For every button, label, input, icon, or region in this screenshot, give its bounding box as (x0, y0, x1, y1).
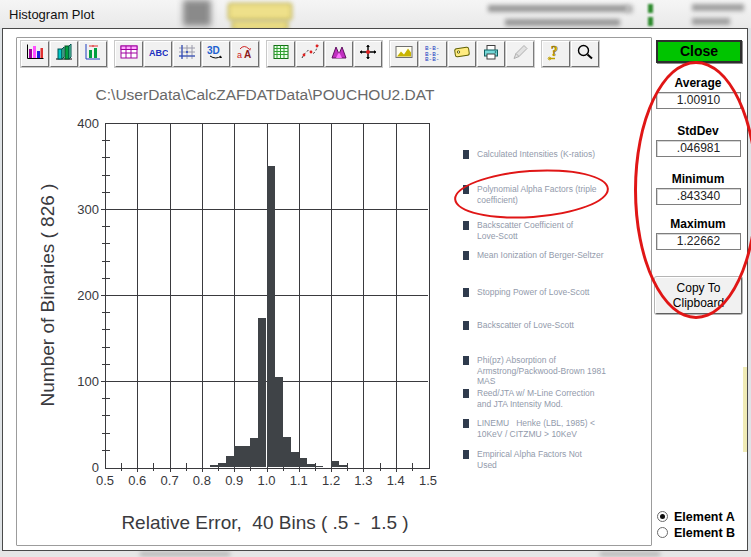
bar-chart-3d-button[interactable] (50, 41, 78, 67)
crosshair-button[interactable] (354, 41, 382, 67)
background-text-smudge (140, 552, 230, 556)
plot-area (105, 123, 430, 469)
help-icon: ? (546, 43, 566, 65)
outline-list-icon: B-B-B-B-B-B- (423, 43, 443, 65)
chart-image-icon (394, 43, 414, 65)
background-window-bottom (0, 551, 751, 557)
x-axis-title: Relative Error, 40 Bins ( .5 - 1.5 ) (75, 512, 455, 534)
bar-chart-axis-button[interactable] (79, 41, 107, 67)
y-axis-title: Number of Binaries ( 826 ) (37, 184, 59, 407)
color-map-icon (329, 43, 349, 65)
element-b-radio[interactable]: Element B (657, 525, 735, 540)
text-labels-button[interactable]: ABC (144, 41, 172, 67)
help-button[interactable]: ? (542, 41, 570, 67)
bar-chart-icon (25, 43, 45, 65)
bar-chart-3d-icon (54, 43, 74, 65)
data-table-icon (119, 43, 139, 65)
aero-border-artifact (743, 367, 747, 452)
element-a-radio[interactable]: Element A (657, 509, 735, 524)
background-green-mark (648, 17, 653, 26)
magnifier-button[interactable] (571, 41, 599, 67)
pen-icon (510, 43, 530, 65)
svg-text:3D: 3D (207, 45, 220, 56)
background-window-top (0, 0, 751, 28)
svg-text:a: a (237, 50, 242, 60)
magnifier-icon (575, 43, 595, 65)
background-text-smudge (692, 18, 730, 25)
window-title: Histogram Plot (9, 7, 94, 22)
radio-label: Element B (674, 526, 735, 540)
data-table-button[interactable] (115, 41, 143, 67)
outline-list-button[interactable]: B-B-B-B-B-B- (419, 41, 447, 67)
curve-points-button[interactable] (296, 41, 324, 67)
pattern-fill-icon (271, 43, 291, 65)
printer-button[interactable] (477, 41, 505, 67)
background-yellow-button (228, 3, 292, 20)
pen-button (506, 41, 534, 67)
rotate-text-icon: aA (235, 43, 255, 65)
background-text-smudge (692, 4, 744, 11)
label-tag-icon (452, 43, 472, 65)
curve-points-icon (300, 43, 320, 65)
bar-chart-axis-icon (83, 43, 103, 65)
annotation-circle-stats (634, 61, 751, 319)
background-text-smudge (626, 5, 633, 13)
radio-circle-icon[interactable] (657, 511, 668, 522)
svg-text:B-B-: B-B- (425, 56, 439, 61)
rotate-text-button[interactable]: aA (231, 41, 259, 67)
background-text-smudge (488, 5, 628, 12)
background-blur-blob (183, 0, 211, 26)
screen: Histogram Plot ABC3DaAB-B-B-B-B-B-? Clos… (0, 0, 751, 557)
pattern-fill-button[interactable] (267, 41, 295, 67)
background-text-smudge (600, 552, 660, 556)
view-3d-icon: 3D (206, 43, 226, 65)
svg-text:A: A (244, 49, 251, 60)
radio-label: Element A (674, 510, 735, 524)
background-green-mark (648, 4, 653, 13)
bar-chart-button[interactable] (21, 41, 49, 67)
chart-title: C:\UserData\CalcZAFDATData\POUCHOU2.DAT (75, 86, 455, 104)
toolbar: ABC3DaAB-B-B-B-B-B-? (21, 41, 600, 67)
close-button[interactable]: Close (656, 40, 742, 63)
printer-icon (481, 43, 501, 65)
view-3d-button[interactable]: 3D (202, 41, 230, 67)
chart-image-button[interactable] (390, 41, 418, 67)
background-yellow-button2 (232, 21, 288, 28)
color-map-button[interactable] (325, 41, 353, 67)
radio-circle-icon[interactable] (657, 527, 668, 538)
label-tag-button[interactable] (448, 41, 476, 67)
background-text-smudge (505, 19, 620, 26)
svg-text:?: ? (551, 44, 558, 59)
text-labels-icon: ABC (148, 43, 168, 65)
grid-values-button[interactable] (173, 41, 201, 67)
crosshair-icon (358, 43, 378, 65)
grid-values-icon (177, 43, 197, 65)
svg-text:ABC: ABC (149, 48, 168, 58)
